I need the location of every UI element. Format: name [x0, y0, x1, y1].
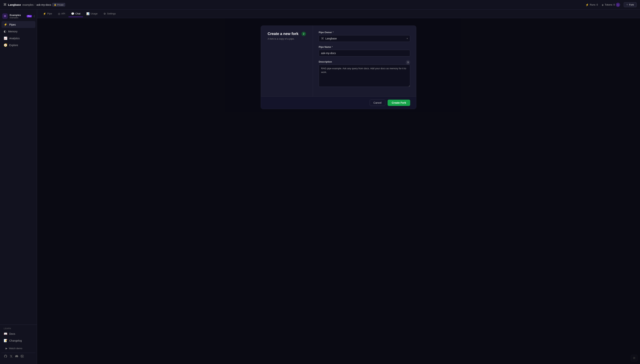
tab-api[interactable]: ◎ API — [55, 11, 68, 17]
runs-icon: ⚡ — [586, 3, 589, 6]
docs-icon: 📖 — [4, 332, 8, 336]
modal-right: Pipe Owner * ⌘ Langbase ▾ — [313, 26, 416, 96]
tokens-stat: ◈ Tokens 0 1 — [602, 3, 620, 7]
description-label: Description — [319, 60, 332, 63]
social-links — [2, 353, 35, 360]
tab-pipe[interactable]: ⚡ Pipe — [40, 11, 55, 17]
workspace-sub: examples — [10, 16, 25, 19]
watch-demo-button[interactable]: ▶ Watch demo — [3, 346, 34, 351]
description-textarea[interactable]: RAG pipe example. Ask any query from doc… — [319, 64, 410, 87]
sidebar-item-pipes[interactable]: ⚡ Pipes — [2, 21, 35, 28]
owner-select-dropdown[interactable]: ⌘ Langbase ▾ — [319, 35, 410, 42]
breadcrumb-pipe[interactable]: ask-my-docs — [36, 3, 51, 6]
tokens-label: Tokens — [605, 3, 612, 6]
analytics-icon: 📈 — [4, 36, 8, 40]
lock-icon: 🔒 — [54, 4, 56, 6]
fork-button[interactable]: ⑂ Fork — [624, 2, 637, 7]
sidebar-item-label-analytics: Analytics — [9, 37, 20, 40]
sidebar: ⌘ Examples examples Pro ⟨ ⚡ Pipes ◐ Memo… — [0, 10, 37, 364]
workspace-item[interactable]: ⌘ Examples examples Pro ⟨ — [0, 12, 37, 21]
modal-subtitle: A fork is a copy of a pipe. — [268, 38, 298, 40]
cancel-button[interactable]: Cancel — [370, 100, 386, 106]
sidebar-item-explore[interactable]: 🧭 Explore — [2, 42, 35, 48]
modal-backdrop[interactable]: Create a new fork A fork is a copy of a … — [37, 18, 640, 364]
brand-name: Langbase — [8, 3, 21, 6]
create-fork-modal: Create a new fork A fork is a copy of a … — [261, 26, 416, 109]
sidebar-item-changelog[interactable]: 📝 Changelog — [2, 337, 35, 344]
sidebar-bottom: Learn 📖 Docs 📝 Changelog ▶ Watch demo — [0, 324, 37, 362]
pipe-tab-icon: ⚡ — [43, 12, 46, 15]
sidebar-item-memory[interactable]: ◐ Memory — [2, 28, 35, 35]
modal-footer: Cancel Create Fork — [261, 96, 416, 109]
runs-count: 0 — [596, 3, 598, 6]
notion-icon[interactable] — [21, 355, 24, 358]
settings-tab-icon: ⚙ — [104, 12, 106, 15]
owner-cmd-icon: ⌘ — [321, 37, 324, 40]
pipe-owner-label: Pipe Owner * — [319, 31, 410, 34]
chat-tab-icon: 💬 — [71, 12, 74, 15]
sidebar-item-label-docs: Docs — [9, 332, 15, 335]
runs-label: Runs — [590, 3, 595, 6]
owner-select-inner: ⌘ Langbase — [321, 37, 337, 40]
sidebar-item-analytics[interactable]: 📈 Analytics — [2, 35, 35, 42]
runs-stat: ⚡ Runs 0 — [586, 3, 598, 6]
chevron-down-icon: ▾ — [407, 37, 408, 40]
step-badge-2: 2 — [302, 32, 306, 36]
workspace-avatar: ⌘ — [2, 13, 8, 19]
topbar-right: ⚡ Runs 0 ◈ Tokens 0 1 ⑂ Fork — [586, 2, 637, 7]
play-icon: ▶ — [6, 347, 8, 350]
modal-title: Create a new fork — [268, 32, 298, 36]
api-tab-icon: ◎ — [58, 12, 60, 15]
modal-body: Create a new fork A fork is a copy of a … — [261, 26, 416, 96]
brand-icon: ⌘ — [3, 3, 6, 7]
workspace-info: Examples examples — [10, 14, 25, 19]
pipe-name-field: Pipe Name * — [319, 46, 410, 56]
brand[interactable]: ⌘ Langbase — [3, 3, 21, 7]
content-area: Create a new fork A fork is a copy of a … — [37, 18, 640, 364]
github-icon[interactable] — [4, 355, 7, 358]
twitter-icon[interactable] — [10, 355, 12, 358]
pro-badge: Pro — [27, 15, 32, 18]
pipe-name-label: Pipe Name * — [319, 46, 410, 48]
sidebar-item-label-changelog: Changelog — [9, 339, 22, 342]
watch-demo-section: ▶ Watch demo — [2, 344, 35, 353]
create-fork-button[interactable]: Create Fork — [388, 100, 410, 106]
token-badge: 1 — [616, 3, 620, 7]
tokens-count: 0 — [614, 3, 615, 6]
explore-icon: 🧭 — [4, 43, 8, 47]
sidebar-item-label-explore: Explore — [9, 44, 18, 47]
tabs-bar: ⚡ Pipe ◎ API 💬 Chat 📊 Usage ⚙ Settings — [37, 10, 640, 18]
sidebar-item-label-pipes: Pipes — [9, 23, 16, 26]
modal-left: Create a new fork A fork is a copy of a … — [261, 26, 313, 96]
learn-label: Learn — [2, 326, 35, 330]
sidebar-nav: ⚡ Pipes ◐ Memory 📈 Analytics 🧭 Explore — [0, 21, 37, 48]
tab-chat[interactable]: 💬 Chat — [68, 11, 83, 17]
sidebar-item-docs[interactable]: 📖 Docs — [2, 330, 35, 337]
discord-icon[interactable] — [15, 355, 18, 358]
memory-icon: ◐ — [4, 30, 6, 33]
main-layout: ⌘ Examples examples Pro ⟨ ⚡ Pipes ◐ Memo… — [0, 10, 640, 364]
usage-tab-icon: 📊 — [86, 12, 90, 15]
sidebar-item-label-memory: Memory — [8, 30, 18, 33]
changelog-icon: 📝 — [4, 339, 8, 342]
sidebar-spacer — [0, 48, 37, 324]
breadcrumb-workspace[interactable]: examples — [22, 3, 34, 6]
pipes-icon: ⚡ — [4, 23, 8, 26]
breadcrumb-separator: / — [35, 3, 35, 6]
fork-icon: ⑂ — [626, 3, 628, 6]
tab-usage[interactable]: 📊 Usage — [84, 11, 100, 17]
tokens-icon: ◈ — [602, 3, 604, 6]
collapse-sidebar-button[interactable]: ⟨ — [34, 15, 35, 18]
breadcrumb: examples / ask-my-docs 🔒 Private — [22, 3, 65, 6]
workspace-name: Examples — [10, 14, 25, 16]
private-badge: 🔒 Private — [52, 3, 65, 6]
description-field: Description 3 RAG pipe example. Ask any … — [319, 60, 410, 88]
topbar: ⌘ Langbase examples / ask-my-docs 🔒 Priv… — [0, 0, 640, 10]
pipe-name-input[interactable] — [319, 50, 410, 56]
step-badge-3: 3 — [406, 60, 410, 64]
topbar-left: ⌘ Langbase examples / ask-my-docs 🔒 Priv… — [3, 3, 65, 7]
tab-settings[interactable]: ⚙ Settings — [101, 11, 118, 17]
owner-value: Langbase — [325, 37, 337, 40]
pipe-owner-field: Pipe Owner * ⌘ Langbase ▾ — [319, 31, 410, 42]
